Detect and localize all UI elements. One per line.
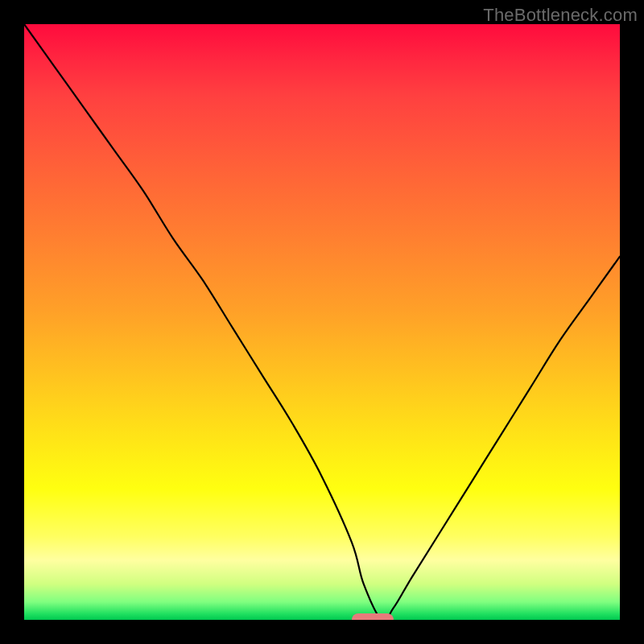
bottleneck-curve — [24, 24, 620, 620]
bottleneck-curve-path — [24, 24, 620, 620]
bottleneck-minimum-marker — [352, 613, 394, 620]
chart-frame: TheBottleneck.com — [0, 0, 644, 644]
watermark-label: TheBottleneck.com — [483, 5, 638, 26]
plot-area — [24, 24, 620, 620]
